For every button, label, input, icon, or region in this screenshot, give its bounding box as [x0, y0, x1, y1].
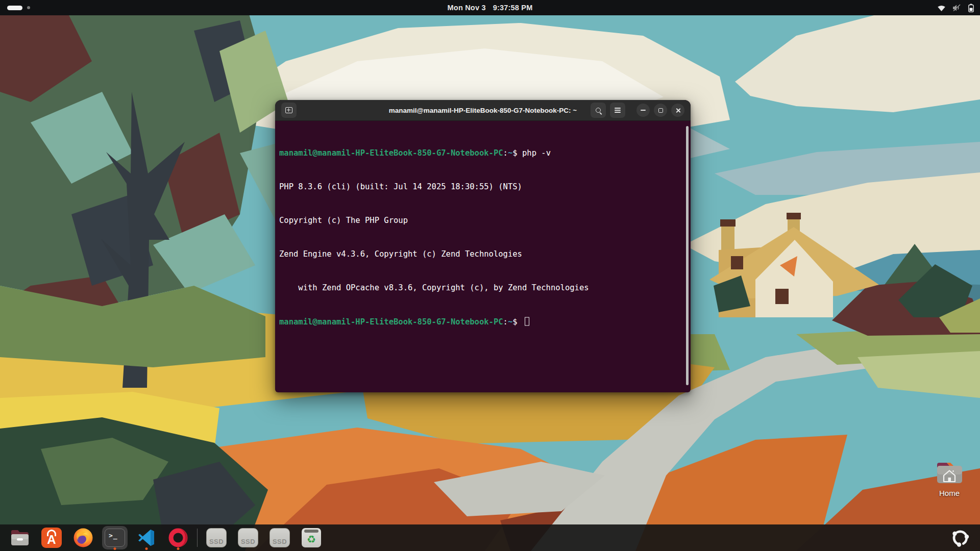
- home-folder-icon: [935, 460, 964, 485]
- recycle-symbol-icon: ♻: [302, 533, 321, 546]
- desktop: Mon Nov 3 9:37:58 PM: [0, 0, 980, 551]
- maximize-button[interactable]: [654, 104, 667, 117]
- dock-divider: [197, 529, 198, 547]
- search-button[interactable]: [591, 103, 606, 118]
- terminal-output-line: PHP 8.3.6 (cli) (built: Jul 14 2025 18:3…: [279, 181, 680, 192]
- new-tab-icon: [285, 107, 292, 113]
- clock[interactable]: Mon Nov 3 9:37:58 PM: [448, 4, 533, 12]
- typed-command: php -v: [522, 148, 551, 158]
- dock-item-vscode[interactable]: [131, 524, 162, 551]
- prompt-user-host: manamil@manamil-HP-EliteBook-850-G7-Note…: [279, 317, 503, 327]
- terminal-content[interactable]: manamil@manamil-HP-EliteBook-850-G7-Note…: [275, 121, 691, 392]
- dock-item-app-center[interactable]: A: [36, 524, 67, 551]
- terminal-output-line: with Zend OPcache v8.3.6, Copyright (c),…: [279, 282, 680, 293]
- dock-item-ssd-drive-3[interactable]: SSD: [264, 524, 296, 551]
- minimize-icon: [641, 110, 646, 111]
- app-center-icon: A: [41, 528, 62, 548]
- terminal-output-line: Zend Engine v4.3.6, Copyright (c) Zend T…: [279, 248, 680, 260]
- prompt-path: ~: [508, 317, 512, 327]
- running-indicator-dot: [114, 547, 116, 550]
- terminal-line-prompt: manamil@manamil-HP-EliteBook-850-G7-Note…: [279, 316, 680, 327]
- terminal-titlebar[interactable]: manamil@manamil-HP-EliteBook-850-G7-Note…: [275, 100, 691, 121]
- ubuntu-logo-icon: [950, 528, 970, 548]
- dock-item-terminal[interactable]: >_: [99, 524, 131, 551]
- dock-item-firefox[interactable]: [67, 524, 99, 551]
- minimize-button[interactable]: [636, 104, 650, 117]
- menu-button[interactable]: [610, 103, 625, 118]
- dock-item-files[interactable]: [4, 524, 36, 551]
- files-folder-icon: [10, 528, 30, 548]
- search-icon: [596, 108, 601, 113]
- dock-item-ssd-drive-2[interactable]: SSD: [232, 524, 264, 551]
- top-bar: Mon Nov 3 9:37:58 PM: [0, 0, 980, 15]
- vscode-icon: [136, 528, 157, 548]
- terminal-scrollbar[interactable]: [686, 126, 689, 385]
- terminal-window: manamil@manamil-HP-EliteBook-850-G7-Note…: [275, 100, 691, 392]
- new-tab-button[interactable]: [281, 103, 297, 118]
- system-tray[interactable]: [937, 0, 974, 15]
- workspace-active-pill[interactable]: [7, 6, 22, 10]
- ssd-drive-icon: SSD: [206, 528, 227, 547]
- dock-item-ssd-drive-1[interactable]: SSD: [201, 524, 232, 551]
- window-title: manamil@manamil-HP-EliteBook-850-G7-Note…: [389, 107, 577, 114]
- hamburger-menu-icon: [615, 108, 621, 113]
- clock-date: Mon Nov 3: [448, 4, 486, 12]
- dock: A >_: [0, 524, 980, 551]
- desktop-icon-home[interactable]: Home: [932, 460, 967, 497]
- ssd-drive-icon: SSD: [270, 528, 290, 547]
- prompt-path: ~: [508, 148, 512, 158]
- close-icon: [675, 108, 681, 113]
- maximize-icon: [658, 108, 663, 113]
- dock-item-opera[interactable]: [162, 524, 194, 551]
- terminal-cursor: [525, 317, 529, 326]
- workspace-inactive-dot[interactable]: [27, 6, 30, 9]
- wifi-icon: [937, 4, 946, 12]
- firefox-icon: [73, 528, 93, 548]
- trash-icon: ♻: [302, 528, 321, 547]
- volume-muted-icon: [952, 4, 962, 12]
- battery-icon: [968, 4, 974, 12]
- terminal-output-line: Copyright (c) The PHP Group: [279, 215, 680, 226]
- close-button[interactable]: [671, 104, 684, 117]
- opera-icon: [168, 528, 188, 548]
- ssd-drive-icon: SSD: [238, 528, 258, 547]
- clock-time: 9:37:58 PM: [493, 4, 533, 12]
- dock-item-trash[interactable]: ♻: [296, 524, 327, 551]
- workspace-indicator[interactable]: [7, 6, 30, 10]
- show-apps-button[interactable]: [944, 524, 976, 551]
- terminal-line-command: manamil@manamil-HP-EliteBook-850-G7-Note…: [279, 147, 680, 159]
- prompt-user-host: manamil@manamil-HP-EliteBook-850-G7-Note…: [279, 148, 503, 158]
- terminal-icon: >_: [105, 529, 125, 547]
- desktop-icon-label: Home: [932, 489, 967, 497]
